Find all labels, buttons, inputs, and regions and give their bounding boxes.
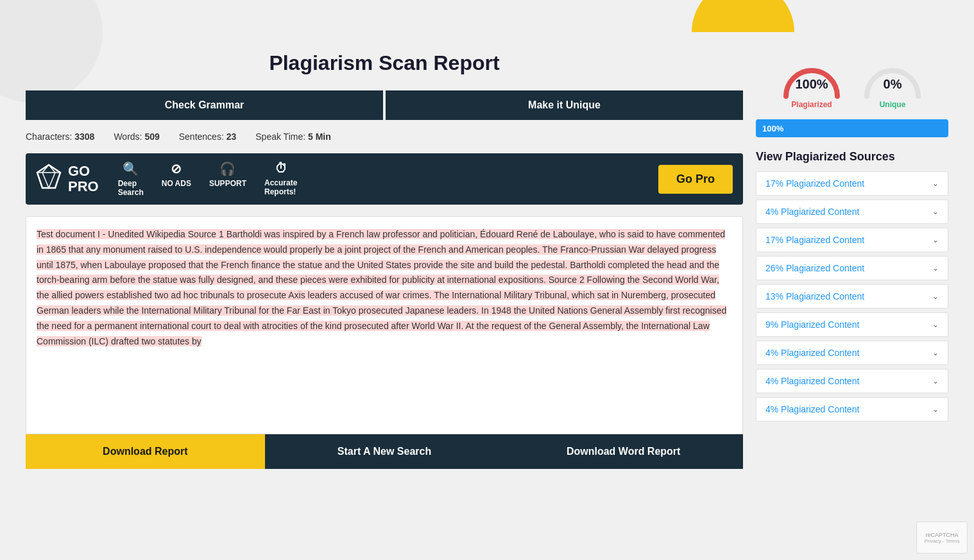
- source-item-5[interactable]: 9% Plagiarized Content⌄: [756, 312, 948, 337]
- source-item-1[interactable]: 4% Plagiarized Content⌄: [756, 199, 948, 224]
- progress-bar-wrap: 100%: [756, 119, 948, 137]
- document-text-box[interactable]: Test document I - Unedited Wikipedia Sou…: [26, 216, 743, 434]
- source-item-6[interactable]: 4% Plagiarized Content⌄: [756, 341, 948, 365]
- chevron-icon: ⌄: [932, 320, 939, 329]
- reports-icon: ⏱: [275, 161, 287, 176]
- chevron-icon: ⌄: [932, 179, 939, 188]
- main-content: Plagiarism Scan Report Check Grammar Mak…: [26, 51, 743, 469]
- check-grammar-button[interactable]: Check Grammar: [26, 90, 383, 120]
- sources-title: View Plagiarized Sources: [756, 150, 948, 164]
- page-title: Plagiarism Scan Report: [26, 51, 743, 75]
- gauges-row: 100% Plagiarized 0% Unique: [756, 51, 948, 109]
- progress-bar-label: 100%: [762, 124, 783, 133]
- recaptcha-widget: reCAPTCHA Privacy - Terms: [916, 522, 968, 554]
- feature-accurate-reports: ⏱ AccurateReports!: [264, 161, 297, 197]
- sidebar: 100% Plagiarized 0% Unique 100% V: [756, 51, 948, 469]
- chevron-icon: ⌄: [932, 264, 939, 273]
- words-stat: Words: 509: [114, 132, 159, 142]
- highlighted-text: Test document I - Unedited Wikipedia Sou…: [37, 229, 726, 346]
- feature-support: 🎧 SUPPORT: [209, 161, 246, 197]
- source-item-3[interactable]: 26% Plagiarized Content⌄: [756, 256, 948, 280]
- search-feature-icon: 🔍: [123, 161, 139, 176]
- source-item-4[interactable]: 13% Plagiarized Content⌄: [756, 284, 948, 309]
- svg-marker-0: [37, 165, 60, 188]
- go-pro-features: 🔍 DeepSearch ⊘ NO ADS 🎧 SUPPORT ⏱ Accura…: [118, 161, 645, 197]
- chevron-icon: ⌄: [932, 348, 939, 357]
- chevron-icon: ⌄: [932, 207, 939, 216]
- unique-gauge: 0% Unique: [857, 51, 928, 109]
- sentences-stat: Sentences: 23: [179, 132, 237, 142]
- plagiarized-gauge-svg: 100%: [776, 51, 847, 103]
- stats-row: Characters: 3308 Words: 509 Sentences: 2…: [26, 132, 743, 142]
- svg-text:100%: 100%: [795, 77, 828, 91]
- progress-bar-fill: 100%: [756, 119, 948, 137]
- chevron-icon: ⌄: [932, 235, 939, 244]
- plagiarized-gauge: 100% Plagiarized: [776, 51, 847, 109]
- download-word-report-button[interactable]: Download Word Report: [504, 434, 743, 469]
- download-report-button[interactable]: Download Report: [26, 434, 265, 469]
- feature-deep-search: 🔍 DeepSearch: [118, 161, 144, 197]
- go-pro-text: GOPRO: [68, 164, 99, 194]
- plagiarized-label: Plagiarized: [791, 100, 832, 109]
- chevron-icon: ⌄: [932, 377, 939, 386]
- source-item-0[interactable]: 17% Plagiarized Content⌄: [756, 171, 948, 196]
- speak-time-stat: Speak Time: 5 Min: [255, 132, 331, 142]
- characters-stat: Characters: 3308: [26, 132, 94, 142]
- go-pro-banner: GOPRO 🔍 DeepSearch ⊘ NO ADS 🎧 SUPPORT ⏱ …: [26, 153, 743, 205]
- go-pro-button[interactable]: Go Pro: [658, 165, 733, 194]
- diamond-icon: [36, 164, 62, 195]
- unique-label: Unique: [880, 100, 906, 109]
- sources-list: 17% Plagiarized Content⌄4% Plagiarized C…: [756, 171, 948, 421]
- source-item-2[interactable]: 17% Plagiarized Content⌄: [756, 228, 948, 252]
- action-buttons-row: Check Grammar Make it Unique: [26, 90, 743, 120]
- feature-no-ads: ⊘ NO ADS: [162, 161, 191, 197]
- support-icon: 🎧: [219, 161, 235, 176]
- svg-text:0%: 0%: [884, 77, 902, 91]
- unique-gauge-svg: 0%: [857, 51, 928, 103]
- make-unique-button[interactable]: Make it Unique: [386, 90, 743, 120]
- start-new-search-button[interactable]: Start A New Search: [265, 434, 504, 469]
- go-pro-logo: GOPRO: [36, 164, 99, 195]
- no-ads-icon: ⊘: [171, 161, 182, 176]
- source-item-8[interactable]: 4% Plagiarized Content⌄: [756, 397, 948, 421]
- chevron-icon: ⌄: [932, 292, 939, 301]
- chevron-icon: ⌄: [932, 405, 939, 414]
- bottom-buttons-row: Download Report Start A New Search Downl…: [26, 434, 743, 469]
- source-item-7[interactable]: 4% Plagiarized Content⌄: [756, 369, 948, 393]
